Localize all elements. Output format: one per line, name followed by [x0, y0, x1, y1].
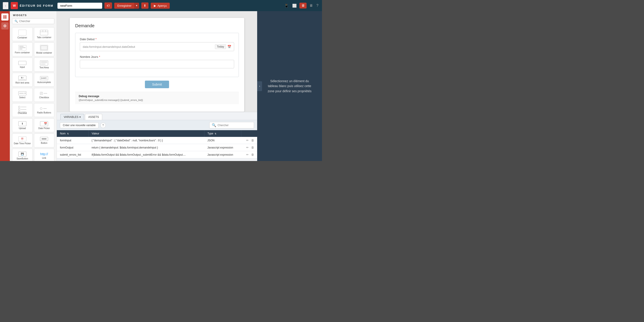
debug-title: Debug message	[79, 95, 235, 98]
field-date-debut-input[interactable]: data:formInput.demandeInput.dateDebut To…	[80, 42, 234, 51]
row-nom-2: submit_errors_list	[57, 151, 88, 158]
widget-form-container[interactable]: Form container	[12, 42, 33, 56]
save-button-group: Enregistrer ▾	[114, 3, 139, 9]
save-dropdown-button[interactable]: ▾	[134, 3, 139, 9]
preview-play-icon: ▶	[154, 4, 156, 7]
sidebar-icon-widgets[interactable]	[1, 13, 8, 20]
form-canvas[interactable]: Demande Date Debut * data:formInput.dema…	[70, 18, 244, 112]
widgets-search-container[interactable]: 🔍	[12, 18, 54, 24]
delete-icon-1[interactable]: 🗑	[251, 146, 254, 149]
widget-button[interactable]: Button	[34, 134, 54, 147]
field-date-debut[interactable]: Date Debut * data:formInput.demandeInput…	[80, 37, 234, 51]
table-row: submit_errors_list if($data.formOutput &…	[57, 151, 257, 158]
tabs-container-icon	[40, 30, 48, 35]
variables-search-input[interactable]	[218, 124, 252, 127]
widget-select-label: Select	[19, 96, 26, 99]
edit-icon-1[interactable]: ✏	[246, 146, 249, 149]
help-button[interactable]: ?	[316, 3, 319, 8]
widget-tabs-container[interactable]: Tabs container	[34, 27, 54, 41]
edit-icon-0[interactable]: ✏	[246, 139, 249, 142]
canvas-area[interactable]: Demande Date Debut * data:formInput.dema…	[57, 11, 257, 112]
preview-button[interactable]: ▶ Aperçu	[151, 3, 170, 9]
table-row: formOutput return { demandeInput: $data.…	[57, 144, 257, 151]
today-button[interactable]: Today	[215, 44, 226, 49]
widget-button-label: Button	[41, 142, 48, 144]
field-nombre-jours[interactable]: Nombre Jours *	[80, 55, 234, 68]
rich-text-area-icon: B I	[18, 76, 26, 81]
widget-date-picker[interactable]: 📅 Date Picker	[34, 118, 54, 132]
desktop-view-button[interactable]: 🖥	[300, 3, 306, 8]
widget-date-time-picker-label: Date Time Picker	[14, 142, 31, 145]
delete-icon-2[interactable]: 🗑	[251, 153, 254, 156]
form-name-input[interactable]	[58, 3, 102, 9]
mobile-view-button[interactable]: 📱	[283, 3, 290, 9]
widgets-panel: WIDGETS 🔍 Container Tabs contai	[10, 11, 57, 161]
link-icon: http://	[40, 152, 48, 156]
row-actions-0: ✏ 🗑	[241, 137, 257, 144]
debug-area: Debug message {{formOutput._submitError.…	[75, 92, 239, 104]
variables-search-container[interactable]: 🔍	[209, 122, 254, 128]
widget-autocomplete[interactable]: |user| Autocomplete	[34, 73, 54, 87]
widget-checkbox-label: Checkbox	[39, 96, 49, 99]
widget-date-time-picker[interactable]: ⏰ Date Time Picker	[12, 134, 33, 147]
widget-save-button[interactable]: 💾 SaveButton	[12, 149, 33, 161]
submit-button[interactable]: Submit	[145, 81, 169, 88]
back-button[interactable]: ‹	[3, 2, 8, 9]
field-nombre-jours-input[interactable]	[80, 60, 234, 68]
widget-link[interactable]: http:// Link	[34, 149, 54, 161]
widget-checkbox[interactable]: ✓ Checkbox	[34, 88, 54, 102]
row-type-2: Javascript expression	[204, 151, 241, 158]
widget-container-label: Container	[18, 36, 27, 39]
radio-buttons-icon	[40, 107, 48, 111]
type-sort-icon[interactable]: ⇅	[215, 133, 216, 135]
save-button[interactable]: Enregistrer	[114, 3, 135, 9]
row-actions-2: ✏ 🗑	[241, 151, 257, 158]
widget-input[interactable]: Input	[12, 58, 33, 71]
form-inner[interactable]: Date Debut * data:formInput.demandeInput…	[75, 33, 239, 77]
help-variables-button[interactable]: ?	[100, 123, 106, 128]
widget-upload[interactable]: ⬆ Upload	[12, 118, 33, 132]
delete-icon-0[interactable]: 🗑	[251, 139, 254, 142]
widget-save-button-label: SaveButton	[16, 158, 28, 160]
bottom-panel: VARIABLES ▾ ASSETS Créer une nouvelle va…	[57, 112, 257, 161]
right-panel: › Sélectionnez un élément du tableau bla…	[257, 11, 322, 161]
topbar-right-icons: 📱 ⬜ 🖥 🖥 ?	[283, 3, 319, 9]
bottom-tabs: VARIABLES ▾ ASSETS	[57, 112, 257, 120]
svg-rect-1	[5, 15, 6, 17]
button-icon	[40, 137, 48, 141]
field-date-debut-required: *	[96, 37, 96, 41]
tag-button[interactable]: 🏷	[104, 2, 112, 9]
date-time-picker-icon: ⏰	[18, 137, 26, 141]
tablet-view-button[interactable]: ⬜	[291, 3, 298, 9]
widget-radio-buttons[interactable]: Radio Buttons	[34, 103, 54, 117]
export-button[interactable]: ⬆	[141, 2, 148, 9]
widget-modal-container[interactable]: Modal container	[34, 42, 54, 56]
widget-text-area[interactable]: Text Area	[34, 58, 54, 71]
create-variable-button[interactable]: Créer une nouvelle variable	[60, 122, 98, 128]
sidebar-icon-layers[interactable]	[1, 22, 8, 29]
monitor-view-button[interactable]: 🖥	[308, 3, 314, 8]
field-nombre-jours-label: Nombre Jours *	[80, 55, 234, 58]
checkbox-icon: ✓	[40, 91, 48, 95]
edit-icon-2[interactable]: ✏	[246, 153, 249, 156]
field-date-debut-value: data:formInput.demandeInput.dateDebut	[83, 45, 215, 48]
widget-rich-text-area[interactable]: B I Rich text area	[12, 73, 33, 87]
field-date-debut-label: Date Debut *	[80, 37, 234, 41]
right-panel-collapse-button[interactable]: ›	[257, 81, 262, 91]
row-type-0: JSON	[204, 137, 241, 144]
calendar-icon[interactable]: 📅	[228, 45, 231, 48]
sidebar-icons	[0, 11, 10, 161]
widget-select[interactable]: ▾ Select	[12, 88, 33, 102]
widget-container[interactable]: Container	[12, 27, 33, 41]
container-icon	[18, 30, 26, 35]
widget-input-label: Input	[20, 66, 25, 68]
autocomplete-icon: |user|	[40, 76, 48, 80]
tab-assets[interactable]: ASSETS	[85, 114, 102, 120]
widget-autocomplete-label: Autocomplete	[37, 81, 51, 84]
widget-checklist[interactable]: Checklist	[12, 103, 33, 117]
tab-variables-label: VARIABLES	[64, 116, 78, 119]
nom-sort-icon[interactable]: ⇅	[67, 133, 69, 135]
col-nom-header: Nom ⇅	[57, 130, 88, 137]
widgets-search-input[interactable]	[19, 20, 52, 23]
tab-variables[interactable]: VARIABLES ▾	[60, 114, 84, 120]
